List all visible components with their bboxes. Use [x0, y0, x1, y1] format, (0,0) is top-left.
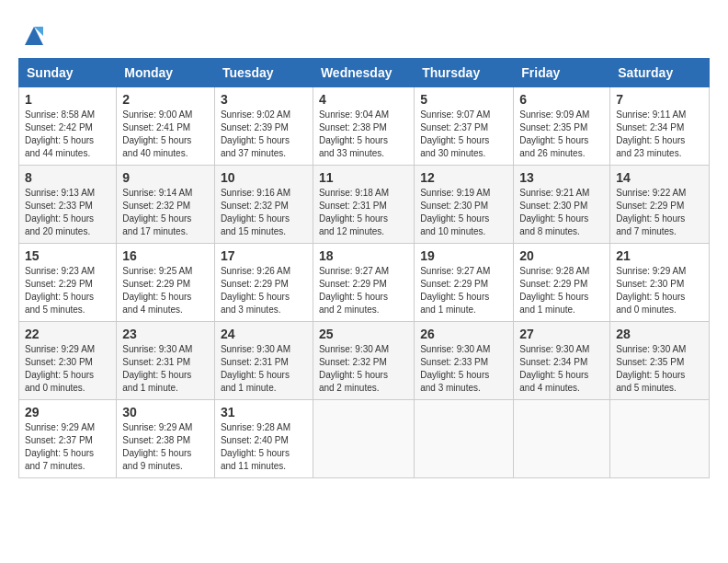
calendar-cell: 26Sunrise: 9:30 AMSunset: 2:33 PMDayligh…: [415, 322, 514, 400]
day-info: Sunrise: 9:29 AMSunset: 2:30 PMDaylight:…: [25, 343, 110, 395]
day-info: Sunrise: 9:28 AMSunset: 2:40 PMDaylight:…: [221, 421, 307, 473]
day-number: 30: [122, 405, 209, 419]
day-info: Sunrise: 9:21 AMSunset: 2:30 PMDaylight:…: [519, 187, 604, 238]
day-info: Sunrise: 9:07 AMSunset: 2:37 PMDaylight:…: [420, 109, 507, 160]
day-info: Sunrise: 9:30 AMSunset: 2:32 PMDaylight:…: [319, 343, 408, 395]
calendar-header-saturday: Saturday: [610, 59, 710, 87]
day-number: 19: [420, 248, 507, 263]
day-info: Sunrise: 9:00 AMSunset: 2:41 PMDaylight:…: [122, 109, 209, 160]
day-number: 28: [616, 327, 703, 341]
calendar-header-friday: Friday: [514, 59, 610, 87]
day-number: 23: [122, 327, 209, 341]
day-number: 26: [420, 327, 507, 341]
calendar-cell: 11Sunrise: 9:18 AMSunset: 2:31 PMDayligh…: [313, 166, 414, 244]
day-number: 4: [319, 92, 408, 107]
logo-icon: [21, 23, 47, 49]
logo: [18, 23, 47, 49]
day-info: Sunrise: 9:09 AMSunset: 2:35 PMDaylight:…: [519, 109, 604, 160]
day-info: Sunrise: 9:30 AMSunset: 2:34 PMDaylight:…: [519, 343, 604, 395]
calendar-cell: [313, 400, 414, 478]
day-number: 7: [616, 92, 703, 107]
calendar-cell: 10Sunrise: 9:16 AMSunset: 2:32 PMDayligh…: [214, 166, 313, 244]
day-info: Sunrise: 9:27 AMSunset: 2:29 PMDaylight:…: [319, 265, 408, 316]
day-info: Sunrise: 9:16 AMSunset: 2:32 PMDaylight:…: [221, 187, 307, 238]
day-info: Sunrise: 9:13 AMSunset: 2:33 PMDaylight:…: [25, 187, 110, 238]
day-info: Sunrise: 9:14 AMSunset: 2:32 PMDaylight:…: [122, 187, 209, 238]
day-number: 21: [616, 248, 703, 263]
calendar-cell: 5Sunrise: 9:07 AMSunset: 2:37 PMDaylight…: [415, 87, 514, 166]
calendar-header-sunday: Sunday: [19, 59, 117, 87]
calendar-cell: 4Sunrise: 9:04 AMSunset: 2:38 PMDaylight…: [313, 87, 414, 166]
day-number: 24: [221, 327, 307, 341]
calendar-cell: 14Sunrise: 9:22 AMSunset: 2:29 PMDayligh…: [610, 166, 710, 244]
calendar-cell: 12Sunrise: 9:19 AMSunset: 2:30 PMDayligh…: [415, 166, 514, 244]
day-info: Sunrise: 9:30 AMSunset: 2:33 PMDaylight:…: [420, 343, 507, 395]
calendar-cell: 3Sunrise: 9:02 AMSunset: 2:39 PMDaylight…: [214, 87, 313, 166]
day-info: Sunrise: 9:29 AMSunset: 2:37 PMDaylight:…: [25, 421, 110, 473]
day-info: Sunrise: 9:23 AMSunset: 2:29 PMDaylight:…: [25, 265, 110, 316]
calendar-cell: 13Sunrise: 9:21 AMSunset: 2:30 PMDayligh…: [514, 166, 610, 244]
day-number: 31: [221, 405, 307, 419]
calendar-cell: 24Sunrise: 9:30 AMSunset: 2:31 PMDayligh…: [214, 322, 313, 400]
calendar-cell: 9Sunrise: 9:14 AMSunset: 2:32 PMDaylight…: [117, 166, 215, 244]
day-number: 22: [25, 327, 110, 341]
day-info: Sunrise: 9:04 AMSunset: 2:38 PMDaylight:…: [319, 109, 408, 160]
calendar-cell: [610, 400, 710, 478]
calendar-cell: 18Sunrise: 9:27 AMSunset: 2:29 PMDayligh…: [313, 244, 414, 322]
calendar-cell: 7Sunrise: 9:11 AMSunset: 2:34 PMDaylight…: [610, 87, 710, 166]
day-number: 2: [122, 92, 209, 107]
calendar-cell: 19Sunrise: 9:27 AMSunset: 2:29 PMDayligh…: [415, 244, 514, 322]
day-info: Sunrise: 9:29 AMSunset: 2:30 PMDaylight:…: [616, 265, 703, 316]
day-info: Sunrise: 9:30 AMSunset: 2:31 PMDaylight:…: [221, 343, 307, 395]
calendar-cell: 8Sunrise: 9:13 AMSunset: 2:33 PMDaylight…: [19, 166, 117, 244]
calendar-cell: 21Sunrise: 9:29 AMSunset: 2:30 PMDayligh…: [610, 244, 710, 322]
day-number: 25: [319, 327, 408, 341]
day-number: 8: [25, 170, 110, 185]
day-number: 1: [25, 92, 110, 107]
calendar-cell: 2Sunrise: 9:00 AMSunset: 2:41 PMDaylight…: [117, 87, 215, 166]
day-info: Sunrise: 9:11 AMSunset: 2:34 PMDaylight:…: [616, 109, 703, 160]
day-number: 12: [420, 170, 507, 185]
day-number: 5: [420, 92, 507, 107]
calendar-header-monday: Monday: [117, 59, 215, 87]
calendar-cell: 20Sunrise: 9:28 AMSunset: 2:29 PMDayligh…: [514, 244, 610, 322]
calendar-cell: 25Sunrise: 9:30 AMSunset: 2:32 PMDayligh…: [313, 322, 414, 400]
day-number: 18: [319, 248, 408, 263]
calendar-header-thursday: Thursday: [415, 59, 514, 87]
day-number: 27: [519, 327, 604, 341]
calendar-cell: [514, 400, 610, 478]
calendar-cell: [415, 400, 514, 478]
day-info: Sunrise: 9:30 AMSunset: 2:31 PMDaylight:…: [122, 343, 209, 395]
calendar-header-tuesday: Tuesday: [214, 59, 313, 87]
calendar-table: SundayMondayTuesdayWednesdayThursdayFrid…: [18, 58, 710, 478]
calendar-cell: 29Sunrise: 9:29 AMSunset: 2:37 PMDayligh…: [19, 400, 117, 478]
day-info: Sunrise: 8:58 AMSunset: 2:42 PMDaylight:…: [25, 109, 110, 160]
calendar-cell: 31Sunrise: 9:28 AMSunset: 2:40 PMDayligh…: [214, 400, 313, 478]
day-number: 17: [221, 248, 307, 263]
day-info: Sunrise: 9:29 AMSunset: 2:38 PMDaylight:…: [122, 421, 209, 473]
calendar-cell: 22Sunrise: 9:29 AMSunset: 2:30 PMDayligh…: [19, 322, 117, 400]
day-info: Sunrise: 9:30 AMSunset: 2:35 PMDaylight:…: [616, 343, 703, 395]
day-number: 10: [221, 170, 307, 185]
day-number: 15: [25, 248, 110, 263]
calendar-cell: 27Sunrise: 9:30 AMSunset: 2:34 PMDayligh…: [514, 322, 610, 400]
day-number: 6: [519, 92, 604, 107]
day-info: Sunrise: 9:27 AMSunset: 2:29 PMDaylight:…: [420, 265, 507, 316]
day-info: Sunrise: 9:28 AMSunset: 2:29 PMDaylight:…: [519, 265, 604, 316]
page-header: [18, 18, 710, 49]
calendar-cell: 15Sunrise: 9:23 AMSunset: 2:29 PMDayligh…: [19, 244, 117, 322]
day-number: 29: [25, 405, 110, 419]
day-info: Sunrise: 9:19 AMSunset: 2:30 PMDaylight:…: [420, 187, 507, 238]
calendar-header-wednesday: Wednesday: [313, 59, 414, 87]
day-number: 3: [221, 92, 307, 107]
day-number: 11: [319, 170, 408, 185]
calendar-cell: 6Sunrise: 9:09 AMSunset: 2:35 PMDaylight…: [514, 87, 610, 166]
calendar-cell: 16Sunrise: 9:25 AMSunset: 2:29 PMDayligh…: [117, 244, 215, 322]
calendar-cell: 23Sunrise: 9:30 AMSunset: 2:31 PMDayligh…: [117, 322, 215, 400]
calendar-header-row: SundayMondayTuesdayWednesdayThursdayFrid…: [19, 59, 710, 87]
day-info: Sunrise: 9:26 AMSunset: 2:29 PMDaylight:…: [221, 265, 307, 316]
calendar-cell: 17Sunrise: 9:26 AMSunset: 2:29 PMDayligh…: [214, 244, 313, 322]
day-info: Sunrise: 9:22 AMSunset: 2:29 PMDaylight:…: [616, 187, 703, 238]
day-number: 9: [122, 170, 209, 185]
day-number: 13: [519, 170, 604, 185]
